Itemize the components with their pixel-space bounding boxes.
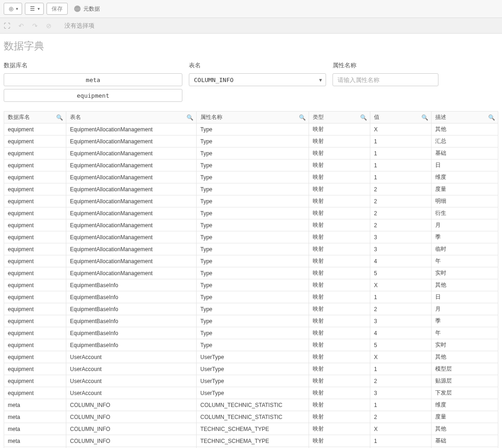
select-icon[interactable]: ⛶: [4, 22, 10, 29]
cell-desc: 模型层: [432, 363, 498, 375]
clear-icon[interactable]: ⊘: [46, 22, 52, 29]
th-type[interactable]: 类型🔍: [309, 112, 370, 124]
cell-db: equipment: [4, 255, 66, 267]
table-row[interactable]: equipmentEquipmentAllocationManagementTy…: [4, 255, 498, 267]
cell-type: 映射: [309, 267, 370, 279]
table-row[interactable]: metaCOLUMN_INFOTECHNIC_SCHEMA_TYPE映射1基础: [4, 435, 498, 447]
search-icon[interactable]: 🔍: [421, 114, 428, 121]
cell-tbl: UserAccount: [66, 363, 197, 375]
table-row[interactable]: metaCOLUMN_INFOTECHNIC_SCHEMA_TYPE映射X其他: [4, 423, 498, 435]
cell-tbl: UserAccount: [66, 387, 197, 399]
cell-db: equipment: [4, 339, 66, 351]
table-row[interactable]: equipmentEquipmentAllocationManagementTy…: [4, 243, 498, 255]
cell-prop: Type: [197, 147, 309, 159]
cell-val: 4: [370, 255, 432, 267]
table-row[interactable]: equipmentUserAccountUserType映射1模型层: [4, 363, 498, 375]
cell-db: equipment: [4, 351, 66, 363]
cell-desc: 临时: [432, 243, 498, 255]
cell-val: 1: [370, 363, 432, 375]
table-row[interactable]: equipmentEquipmentAllocationManagementTy…: [4, 171, 498, 183]
table-row[interactable]: equipmentEquipmentAllocationManagementTy…: [4, 124, 498, 136]
table-row[interactable]: equipmentEquipmentAllocationManagementTy…: [4, 183, 498, 195]
table-row[interactable]: metaCOLUMN_INFOCOLUMN_TECHNIC_STATISTIC映…: [4, 399, 498, 411]
cell-type: 映射: [309, 255, 370, 267]
data-table: 数据库名🔍 表名🔍 属性名称🔍 类型🔍 值🔍 描述🔍 equipmentEqui…: [4, 111, 498, 448]
table-row[interactable]: equipmentUserAccountUserType映射X其他: [4, 351, 498, 363]
save-button[interactable]: 保存: [47, 3, 68, 15]
redo-icon[interactable]: ↷: [32, 22, 38, 29]
cell-type: 映射: [309, 231, 370, 243]
search-icon[interactable]: 🔍: [187, 114, 193, 121]
table-row[interactable]: equipmentEquipmentAllocationManagementTy…: [4, 159, 498, 171]
cell-desc: 月: [432, 219, 498, 231]
table-row[interactable]: equipmentEquipmentBaseInfoType映射2月: [4, 303, 498, 315]
cell-val: 5: [370, 339, 432, 351]
chevron-down-icon: ▼: [15, 7, 19, 11]
cell-tbl: EquipmentAllocationManagement: [66, 243, 197, 255]
search-icon[interactable]: 🔍: [488, 114, 495, 121]
th-prop[interactable]: 属性名称🔍: [197, 112, 309, 124]
cell-desc: 维度: [432, 399, 498, 411]
cell-type: 映射: [309, 399, 370, 411]
th-val[interactable]: 值🔍: [370, 112, 432, 124]
table-row[interactable]: equipmentEquipmentBaseInfoType映射X其他: [4, 279, 498, 291]
cell-db: equipment: [4, 267, 66, 279]
meta-label: 元数据: [83, 5, 100, 13]
db-chip-equipment[interactable]: equipment: [4, 89, 182, 102]
cell-tbl: COLUMN_INFO: [66, 411, 197, 423]
search-icon[interactable]: 🔍: [56, 114, 63, 121]
cell-tbl: EquipmentBaseInfo: [66, 303, 197, 315]
filter-db-label: 数据库名: [4, 61, 182, 70]
cell-tbl: EquipmentBaseInfo: [66, 327, 197, 339]
search-icon[interactable]: 🔍: [360, 114, 367, 121]
table-row[interactable]: equipmentEquipmentAllocationManagementTy…: [4, 231, 498, 243]
cell-db: meta: [4, 411, 66, 423]
cell-db: equipment: [4, 375, 66, 387]
table-row[interactable]: equipmentEquipmentBaseInfoType映射5实时: [4, 339, 498, 351]
cell-val: 1: [370, 435, 432, 447]
table-row[interactable]: equipmentEquipmentAllocationManagementTy…: [4, 267, 498, 279]
cell-prop: TECHNIC_SCHEMA_TYPE: [197, 423, 309, 435]
table-row[interactable]: equipmentEquipmentAllocationManagementTy…: [4, 219, 498, 231]
cell-desc: 基础: [432, 435, 498, 447]
selection-message: 没有选择项: [64, 22, 94, 30]
th-desc[interactable]: 描述🔍: [432, 112, 498, 124]
cell-db: meta: [4, 399, 66, 411]
cell-db: equipment: [4, 183, 66, 195]
prop-input[interactable]: [333, 73, 438, 86]
table-row[interactable]: equipmentEquipmentAllocationManagementTy…: [4, 147, 498, 159]
table-row[interactable]: equipmentEquipmentAllocationManagementTy…: [4, 195, 498, 207]
cell-db: equipment: [4, 207, 66, 219]
db-chip-list: meta equipment: [4, 73, 182, 102]
cell-val: 5: [370, 267, 432, 279]
table-select-value: COLUMN_INFO: [194, 77, 233, 83]
table-row[interactable]: equipmentEquipmentBaseInfoType映射3季: [4, 315, 498, 327]
cell-db: equipment: [4, 147, 66, 159]
cell-db: equipment: [4, 279, 66, 291]
table-row[interactable]: metaCOLUMN_INFOCOLUMN_TECHNIC_STATISTIC映…: [4, 411, 498, 423]
cell-tbl: EquipmentAllocationManagement: [66, 171, 197, 183]
cell-val: 4: [370, 327, 432, 339]
cell-db: equipment: [4, 219, 66, 231]
cell-type: 映射: [309, 279, 370, 291]
db-chip-meta[interactable]: meta: [4, 73, 182, 86]
table-row[interactable]: equipmentEquipmentBaseInfoType映射4年: [4, 327, 498, 339]
table-row[interactable]: equipmentUserAccountUserType映射2贴源层: [4, 375, 498, 387]
compass-dropdown-button[interactable]: ◎ ▼: [4, 3, 22, 15]
cell-prop: Type: [197, 303, 309, 315]
th-db[interactable]: 数据库名🔍: [4, 112, 66, 124]
undo-icon[interactable]: ↶: [18, 22, 24, 29]
table-row[interactable]: equipmentEquipmentAllocationManagementTy…: [4, 136, 498, 147]
table-row[interactable]: equipmentEquipmentBaseInfoType映射1日: [4, 291, 498, 303]
cell-desc: 年: [432, 255, 498, 267]
cell-tbl: EquipmentAllocationManagement: [66, 136, 197, 147]
cell-prop: Type: [197, 291, 309, 303]
search-icon[interactable]: 🔍: [299, 114, 306, 121]
cell-val: 1: [370, 147, 432, 159]
table-row[interactable]: equipmentUserAccountUserType映射3下发层: [4, 387, 498, 399]
cell-desc: 其他: [432, 423, 498, 435]
table-row[interactable]: equipmentEquipmentAllocationManagementTy…: [4, 207, 498, 219]
table-select[interactable]: COLUMN_INFO ▼: [189, 73, 326, 86]
list-dropdown-button[interactable]: ☰ ▼: [25, 3, 44, 15]
th-tbl[interactable]: 表名🔍: [66, 112, 197, 124]
